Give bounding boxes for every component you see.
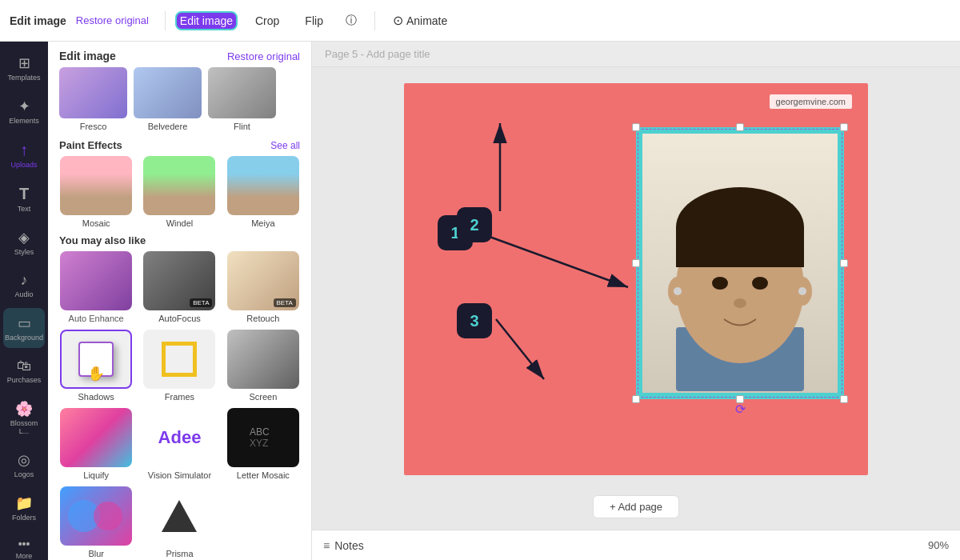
effect-windel[interactable]: Windel [141,156,218,228]
sidebar-item-label-text: Text [18,205,31,213]
sidebar-item-purchases[interactable]: 🛍 Purchases [3,351,45,390]
edit-image-button[interactable]: Edit image [175,11,238,30]
page-canvas[interactable]: georgemvine.com [404,83,868,475]
effect-liquify-label: Liquify [83,470,109,480]
page-title-placeholder[interactable]: Add page title [366,48,430,60]
effect-autofocus[interactable]: BETA AutoFocus [141,251,218,323]
sidebar-item-label-purchases: Purchases [7,376,42,384]
callout-3-label: 3 [470,312,478,330]
rotate-handle[interactable]: ⟳ [730,402,750,415]
effect-liquify-thumb [60,408,132,467]
sidebar-item-elements[interactable]: ✦ Elements [3,91,45,131]
prisma-triangle-icon [162,500,197,532]
svg-rect-7 [676,227,804,267]
svg-text:XYZ: XYZ [250,438,268,449]
filter-flint-thumb [208,67,276,118]
filter-flint[interactable]: Flint [208,67,276,131]
effects-grid-row1: ✋ Shadows Frames Screen [56,330,303,402]
animate-button[interactable]: ⊙ Animate [385,8,455,33]
flip-button[interactable]: Flip [297,10,331,32]
sidebar-item-label-folders: Folders [12,514,36,522]
page-label: Page 5 [325,48,358,60]
elements-icon: ✦ [18,98,30,115]
effect-blur-label: Blur [88,549,104,558]
effects-grid-row3: Blur Prisma [56,486,303,558]
sidebar-item-audio[interactable]: ♪ Audio [3,266,45,305]
sidebar-item-folders[interactable]: 📁 Folders [3,488,45,528]
canvas-scroll[interactable]: georgemvine.com [312,67,960,530]
effects-grid-row2: Liquify Adee Vision Simulator ABC XYZ Le… [56,408,303,480]
templates-icon: ⊞ [18,54,30,72]
sidebar-item-text[interactable]: T Text [3,178,45,219]
effect-letter-mosaic[interactable]: ABC XYZ Letter Mosaic [225,408,302,480]
effect-autofocus-thumb: BETA [143,251,215,310]
effect-liquify[interactable]: Liquify [58,408,134,480]
effect-blur-thumb [60,486,132,546]
effect-mosaic-label: Mosaic [82,218,110,228]
effect-retouch[interactable]: BETA Retouch [225,251,302,323]
add-page-button[interactable]: + Add page [593,495,679,518]
sidebar-item-label-logos: Logos [14,470,34,478]
panel-header-title-text: Edit image [10,14,66,27]
toolbar-separator-1 [165,11,166,30]
letter-mosaic-svg: ABC XYZ [243,418,283,458]
effect-mosaic[interactable]: Mosaic [58,156,134,228]
blur-svg [60,486,132,546]
effect-auto-enhance-label: Auto Enhance [69,314,124,323]
toolbar-separator-2 [374,11,375,30]
sidebar-item-more[interactable]: ••• More [3,531,45,560]
svg-point-14 [798,287,806,295]
purchases-icon: 🛍 [17,358,31,374]
sidebar-item-logos[interactable]: ◎ Logos [3,445,45,485]
filter-belvedere[interactable]: Belvedere [134,67,202,131]
canvas-image-frame[interactable] [636,127,844,399]
sidebar-item-blossom[interactable]: 🌸 Blossom L... [3,394,45,442]
beta-badge-retouch: BETA [274,298,296,307]
paint-effects-title: Paint Effects [59,139,122,151]
notes-label[interactable]: Notes [334,539,364,552]
effect-mosaic-thumb [60,156,132,215]
sidebar-item-background[interactable]: ▭ Background [3,308,45,348]
info-button[interactable]: ⓘ [338,9,365,33]
restore-original-panel-link[interactable]: Restore original [227,50,300,62]
paint-effects-see-all[interactable]: See all [270,140,300,151]
effect-meiya[interactable]: Meiya [225,156,302,228]
sidebar-item-uploads[interactable]: ↑ Uploads [3,134,45,175]
filter-flint-label: Flint [234,122,250,131]
filter-fresco[interactable]: Fresco [59,67,127,131]
effect-auto-enhance[interactable]: Auto Enhance [58,251,134,323]
effect-shadows-thumb: ✋ [60,330,132,389]
effect-shadows[interactable]: ✋ Shadows [58,330,134,402]
notes-icon: ≡ [323,539,330,552]
sidebar-item-templates[interactable]: ⊞ Templates [3,48,45,88]
svg-text:ABC: ABC [250,426,270,438]
panel-scroll[interactable]: Fresco Belvedere Flint Paint Effects See… [48,67,311,560]
effect-blur[interactable]: Blur [58,486,134,558]
canvas-watermark: georgemvine.com [770,94,852,109]
filter-fresco-thumb [59,67,127,118]
sidebar-item-label-blossom: Blossom L... [8,419,40,435]
svg-point-13 [674,287,682,295]
crop-button[interactable]: Crop [244,10,290,32]
uploads-icon: ↑ [20,141,28,159]
effect-vision-simulator[interactable]: Adee Vision Simulator [141,408,218,480]
canvas-image-inner [642,134,838,393]
effect-frames-label: Frames [165,392,194,402]
effect-frames[interactable]: Frames [141,330,218,402]
folders-icon: 📁 [15,494,33,512]
info-icon: ⓘ [346,14,357,28]
sidebar-item-label-elements: Elements [9,117,39,125]
more-icon: ••• [18,538,30,550]
logos-icon: ◎ [18,451,30,469]
effect-screen[interactable]: Screen [225,330,302,402]
svg-point-10 [712,277,728,290]
zoom-indicator[interactable]: 90% [928,539,949,551]
effect-autofocus-label: AutoFocus [158,314,201,323]
animate-label: Animate [406,14,447,27]
restore-original-link[interactable]: Restore original [76,14,149,26]
effect-prisma[interactable]: Prisma [141,486,218,558]
sidebar-item-label-templates: Templates [7,74,40,82]
sidebar-item-styles[interactable]: ◈ Styles [3,222,45,262]
effect-meiya-label: Meiya [251,218,274,228]
effect-screen-label: Screen [249,392,277,402]
